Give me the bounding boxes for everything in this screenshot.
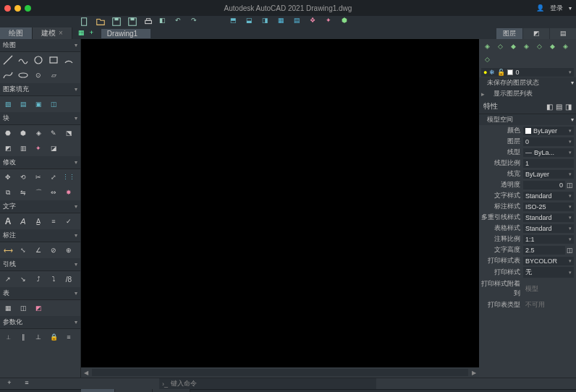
dim-angular-tool[interactable]: ∠ (32, 244, 45, 257)
rectangle-tool[interactable] (47, 54, 60, 67)
layer-icon-6[interactable]: ◆ (547, 41, 557, 51)
login-dropdown-icon[interactable]: ▾ (569, 5, 572, 12)
scale-tool[interactable]: ⤢ (47, 171, 60, 184)
table-tool[interactable]: ▦ (1, 302, 14, 315)
window-close-dot[interactable] (4, 5, 11, 12)
hatch-edit-tool[interactable]: ◫ (47, 98, 60, 111)
palette-add[interactable]: + (3, 376, 16, 378)
param-1[interactable]: ⟂ (1, 331, 14, 344)
textalign-tool[interactable]: ≡ (47, 215, 60, 228)
new-icon[interactable] (80, 17, 90, 27)
login-button[interactable]: 登录 (550, 4, 563, 13)
text-tool[interactable]: A (17, 215, 30, 228)
leader-3[interactable]: ⤴ (32, 273, 45, 286)
param-2[interactable]: ∥ (17, 331, 30, 344)
prop-mleadstyle[interactable]: Standard (523, 213, 574, 222)
palette-param-header[interactable]: 参数化▾ (0, 316, 80, 329)
toolicon-3[interactable]: ◨ (262, 17, 272, 27)
attribute-tool[interactable]: ✎ (47, 127, 60, 140)
mirror-tool[interactable]: ⇋ (17, 186, 30, 199)
textstyle-tool[interactable]: A̲ (32, 215, 45, 228)
new-tab-icon[interactable]: + (90, 29, 98, 38)
tab-model[interactable]: 建模× (33, 27, 72, 39)
palette-hatch-header[interactable]: 图案填充▾ (0, 83, 80, 96)
window-minimize-dot[interactable] (14, 5, 21, 12)
dim-radius-tool[interactable]: ⊘ (47, 244, 60, 257)
edit-block-tool[interactable]: ◈ (32, 127, 45, 140)
layer-icon-2[interactable]: ◇ (495, 41, 505, 51)
mleader-tool[interactable]: ↗ (1, 273, 14, 286)
prop-textstyle[interactable]: Standard (523, 192, 574, 200)
region-tool[interactable]: ▱ (47, 69, 60, 82)
rtab-layers[interactable]: 图层 (496, 28, 522, 39)
palette-text-header[interactable]: 文字▾ (0, 200, 80, 213)
palette-table-header[interactable]: 表▾ (0, 287, 80, 300)
undo-icon[interactable]: ↶ (175, 17, 185, 27)
leader-2[interactable]: ↘ (17, 273, 30, 286)
toolicon-1[interactable]: ⬒ (230, 17, 240, 27)
tab-layout1[interactable]: 布局1 (115, 389, 153, 392)
dim-center-tool[interactable]: ⊕ (62, 244, 75, 257)
circle-tool[interactable] (32, 54, 45, 67)
palette-menu[interactable]: ≡ (20, 376, 33, 378)
props-icon-1[interactable]: ◧ (546, 103, 553, 111)
point-tool[interactable]: ⊙ (32, 69, 45, 82)
drawing-canvas[interactable]: ◀ ▶ (81, 39, 479, 378)
stretch-tool[interactable]: ⇔ (47, 186, 60, 199)
props-icon-3[interactable]: ◨ (565, 103, 572, 111)
prop-ltype[interactable]: —ByLa... (523, 148, 574, 157)
param-lock[interactable]: 🔒 (47, 331, 60, 344)
save-icon[interactable] (111, 17, 122, 27)
file-tab[interactable]: Drawing1 (101, 29, 151, 38)
block-7[interactable]: ▥ (17, 142, 30, 155)
toolicon-2[interactable]: ⬓ (246, 17, 256, 27)
plot-icon[interactable]: ◧ (159, 17, 169, 27)
prop-tablestyle[interactable]: Standard (523, 224, 574, 233)
textheight-picker-icon[interactable]: ◫ (565, 247, 574, 254)
show-layer-list[interactable]: 显示图层列表 (488, 89, 574, 98)
palette-modify-header[interactable]: 修改▾ (0, 156, 80, 169)
prop-plotstyle2[interactable]: 无 (523, 267, 574, 278)
user-icon[interactable]: 👤 (536, 4, 544, 12)
redo-icon[interactable]: ↷ (191, 17, 201, 27)
prop-annoscale[interactable]: 1:1 (523, 235, 574, 244)
move-tool[interactable]: ✥ (1, 171, 14, 184)
palette-block-header[interactable]: 块▾ (0, 112, 80, 125)
mtext-tool[interactable]: A (1, 215, 14, 228)
layer-icon-5[interactable]: ◇ (534, 41, 544, 51)
table-2[interactable]: ◫ (17, 302, 30, 315)
layer-icon-1[interactable]: ◈ (482, 41, 492, 51)
dim-aligned-tool[interactable]: ⤡ (17, 244, 30, 257)
tab-modelspace[interactable]: 模型 (81, 389, 115, 392)
ellipse-tool[interactable] (17, 69, 30, 82)
scroll-right-icon[interactable]: ▶ (469, 367, 479, 378)
transparency-picker-icon[interactable]: ◫ (565, 182, 574, 189)
palette-draw-header[interactable]: 绘图▾ (0, 39, 80, 52)
horizontal-scrollbar[interactable] (92, 369, 468, 376)
spellcheck-tool[interactable]: ✓ (62, 215, 75, 228)
explode-tool[interactable]: ✸ (62, 186, 75, 199)
copy-tool[interactable]: ⧉ (1, 186, 14, 199)
block-8[interactable]: ✦ (32, 142, 45, 155)
layer-icon-7[interactable]: ◈ (560, 41, 570, 51)
polyline-tool[interactable] (17, 54, 30, 67)
arc-tool[interactable] (62, 54, 75, 67)
prop-textheight[interactable]: 2.5 (523, 246, 565, 255)
param-5[interactable]: ≡ (62, 331, 75, 344)
prop-color[interactable]: ByLayer (523, 127, 574, 135)
block-6[interactable]: ◩ (1, 142, 14, 155)
dim-linear-tool[interactable]: ⟷ (1, 244, 14, 257)
table-3[interactable]: ◩ (32, 302, 45, 315)
prop-dimstyle[interactable]: ISO-25 (523, 203, 574, 211)
rtab-2[interactable]: ◩ (523, 28, 549, 39)
layer-state-unsaved[interactable]: 未保存的图层状态 (481, 78, 571, 88)
param-3[interactable]: ⊥ (32, 331, 45, 344)
block-9[interactable]: ◪ (47, 142, 60, 155)
props-icon-2[interactable]: ▤ (556, 103, 562, 111)
toolicon-8[interactable]: ⬢ (342, 17, 352, 27)
line-tool[interactable] (1, 54, 14, 67)
toolicon-6[interactable]: ❖ (310, 17, 320, 27)
tab-close-icon[interactable]: × (59, 29, 63, 37)
rotate-tool[interactable]: ⟲ (17, 171, 30, 184)
toolicon-5[interactable]: ▤ (294, 17, 304, 27)
